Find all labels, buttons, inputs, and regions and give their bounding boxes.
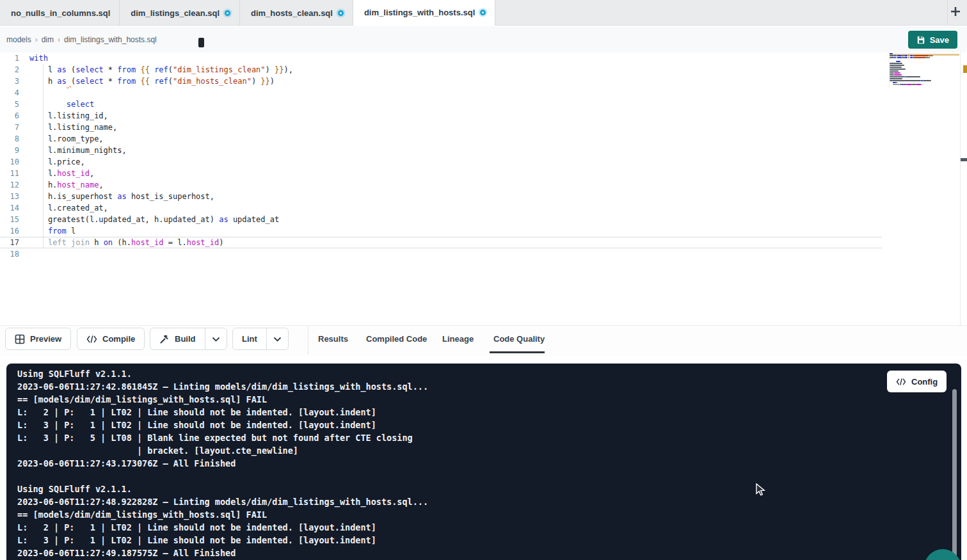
code-line: 6 l.listing_id, [0, 110, 882, 122]
lint-dropdown-toggle[interactable] [266, 328, 288, 349]
code-text: h as (select * from {{ ref("dim_hosts_cl… [29, 76, 882, 87]
panel-tab-lineage[interactable]: Lineage [442, 326, 474, 352]
lint-button[interactable]: Lint [232, 328, 289, 350]
terminal-line: L: 3 | P: 1 | LT02 | Line should not be … [17, 534, 428, 547]
terminal-line: | bracket. [layout.cte_newline] [17, 444, 428, 457]
file-tab-dim-hosts-clean[interactable]: dim_hosts_clean.sql [240, 0, 353, 26]
line-number: 4 [0, 87, 29, 99]
code-editor[interactable]: 1with2 l as (select * from {{ ref("dim_l… [0, 52, 967, 325]
code-line: 5 select [0, 99, 882, 110]
code-line: 14 l.created_at, [0, 202, 882, 214]
line-number: 5 [0, 99, 29, 110]
unsaved-changes-dot [480, 10, 486, 15]
code-text: l.minimum_nights, [29, 145, 882, 156]
build-button-label: Build [175, 334, 196, 344]
file-tab-dim-listings-clean[interactable]: dim_listings_clean.sql [120, 0, 240, 26]
terminal-line: 2023-06-06T11:27:48.922828Z — Linting mo… [17, 495, 428, 508]
terminal-output: Using SQLFluff v2.1.1.2023-06-06T11:27:4… [17, 367, 428, 559]
save-button[interactable]: Save [908, 31, 957, 49]
compile-button[interactable]: Compile [77, 328, 145, 350]
lint-button-label: Lint [242, 334, 257, 344]
terminal-line: L: 3 | P: 5 | LT08 | Blank line expected… [17, 431, 428, 444]
preview-button[interactable]: Preview [5, 328, 71, 350]
code-line: 1with [0, 52, 882, 64]
minimap-line [890, 63, 934, 64]
panel-tab-results[interactable]: Results [318, 326, 348, 352]
compile-button-label: Compile [102, 334, 135, 344]
terminal-scrollbar[interactable] [952, 389, 957, 560]
code-line: 16 from l [0, 225, 882, 237]
minimap-line [890, 68, 934, 70]
line-number: 16 [0, 225, 29, 237]
file-tab-no-nulls-in-columns[interactable]: no_nulls_in_columns.sql [0, 0, 120, 26]
terminal-line: == [models/dim/dim_listings_with_hosts.s… [17, 393, 428, 406]
indent-guide [43, 64, 44, 248]
code-text [29, 248, 882, 260]
minimap-line [890, 74, 934, 76]
unsaved-changes-dot [225, 10, 230, 16]
unsaved-changes-dot [338, 10, 344, 16]
breadcrumb-item[interactable]: dim [42, 35, 54, 44]
code-text: l.listing_id, [29, 110, 882, 122]
line-number: 17 [0, 237, 29, 248]
config-button[interactable]: Config [887, 371, 947, 392]
active-panel-tab-underline [490, 351, 545, 353]
toolbar-divider [308, 326, 308, 355]
terminal-line: L: 2 | P: 1 | LT02 | Line should not be … [17, 521, 428, 534]
breadcrumb-item[interactable]: models [6, 35, 31, 44]
terminal-line: L: 3 | P: 1 | LT02 | Line should not be … [17, 419, 428, 431]
build-button[interactable]: Build [150, 328, 227, 350]
editor-lines: 1with2 l as (select * from {{ ref("dim_l… [0, 52, 882, 260]
terminal-line: == [models/dim/dim_listings_with_hosts.s… [17, 508, 428, 521]
minimap-line [890, 78, 934, 79]
minimap[interactable] [889, 52, 934, 88]
line-number: 11 [0, 168, 29, 179]
minimap-line [890, 55, 934, 56]
code-line: 7 l.listing_name, [0, 122, 882, 133]
line-number: 10 [0, 156, 29, 168]
minimap-line [890, 70, 934, 72]
action-toolbar: Preview Compile Build [0, 325, 967, 356]
code-text: left join h on (h.host_id = l.host_id) [29, 237, 882, 248]
minimap-line [890, 65, 934, 66]
code-text: h.host_name, [29, 179, 882, 191]
minimap-line [890, 67, 934, 68]
file-tab-label: dim_hosts_clean.sql [251, 8, 333, 18]
panel-tab-code-quality[interactable]: Code Quality [493, 326, 545, 352]
code-text: l.price, [29, 156, 882, 168]
line-number: 18 [0, 248, 29, 260]
line-number: 8 [0, 133, 29, 145]
chevron-down-icon [273, 337, 282, 342]
terminal-panel: Using SQLFluff v2.1.1.2023-06-06T11:27:4… [6, 364, 961, 560]
minimap-line [890, 61, 934, 62]
build-dropdown-toggle[interactable] [205, 328, 227, 349]
code-line: 18 [0, 248, 882, 260]
minimap-line [890, 76, 934, 77]
text-cursor-artifact [198, 38, 204, 47]
breadcrumb-item[interactable]: dim_listings_with_hosts.sql [64, 35, 157, 44]
scrollbar-cursor-marker [961, 158, 967, 161]
panel-tab-compiled-code[interactable]: Compiled Code [366, 326, 427, 352]
new-tab-button[interactable] [948, 5, 963, 20]
terminal-line [17, 470, 428, 483]
config-button-label: Config [911, 377, 938, 387]
chevron-down-icon [212, 337, 220, 342]
plus-icon [950, 6, 961, 20]
hammer-icon [159, 334, 170, 344]
terminal-line: L: 2 | P: 1 | LT02 | Line should not be … [17, 406, 428, 419]
file-tab-label: dim_listings_clean.sql [131, 8, 220, 18]
minimap-line [890, 59, 934, 60]
breadcrumb-separator: › [35, 35, 38, 44]
line-number: 15 [0, 214, 29, 225]
editor-scrollbar[interactable] [960, 52, 967, 325]
line-number: 13 [0, 191, 29, 202]
tab-bar-spacer [495, 0, 967, 25]
breadcrumb: models›dim›dim_listings_with_hosts.sql [6, 35, 157, 44]
code-text: select [29, 99, 882, 110]
tab-strip: no_nulls_in_columns.sqldim_listings_clea… [0, 0, 495, 25]
minimap-line [890, 80, 934, 81]
file-tab-dim-listings-with-hosts[interactable]: dim_listings_with_hosts.sql [353, 0, 495, 26]
code-text: from l [29, 225, 882, 237]
code-line: 13 h.is_superhost as host_is_superhost, [0, 191, 882, 202]
terminal-line: 2023-06-06T11:27:42.861845Z — Linting mo… [17, 380, 428, 393]
